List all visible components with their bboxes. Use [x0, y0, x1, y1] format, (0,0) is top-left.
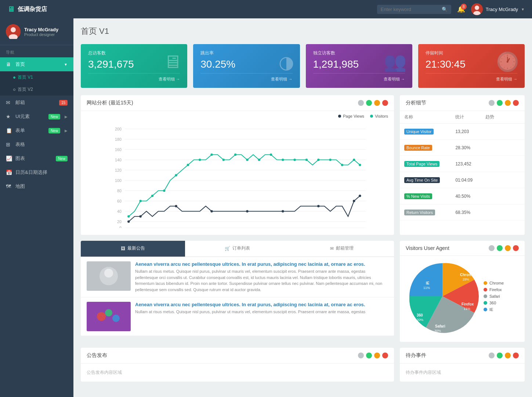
- sidebar-home-arrow: ▼: [64, 62, 68, 67]
- announce-ctrl-gray[interactable]: [358, 353, 364, 358]
- sidebar-item-home-v1[interactable]: 首页 V1: [0, 71, 73, 83]
- svg-text:200: 200: [115, 127, 122, 131]
- svg-point-36: [151, 195, 153, 197]
- announce-ctrl-yellow[interactable]: [374, 353, 380, 358]
- app-logo: 🖥 低调杂货店: [7, 5, 47, 14]
- svg-point-68: [112, 315, 120, 322]
- svg-text:360: 360: [417, 313, 423, 317]
- sub-dot-home-v2: [13, 89, 15, 91]
- sidebar-item-tables[interactable]: ⊞ 表格: [0, 137, 73, 151]
- sidebar-item-calendar[interactable]: 📅 日历&日期选择: [0, 165, 73, 179]
- chart-ctrl-yellow[interactable]: [374, 100, 380, 106]
- stat-duration-footer[interactable]: 查看明细 →: [426, 73, 517, 82]
- sidebar-item-charts[interactable]: 📈 图表 New: [0, 151, 73, 165]
- charts-icon: 📈: [6, 155, 12, 161]
- events-ctrl-gray[interactable]: [489, 353, 495, 358]
- content-area: 首页 V1 总访客数 3,291,675 🖥 查看明细 → 跳出率 30.25%: [73, 18, 532, 397]
- chevron-down-icon: ▼: [521, 7, 525, 11]
- bottom-section: 公告发布 公告发布内容区域 待办事件: [81, 348, 525, 382]
- sidebar-item-map[interactable]: 🗺 地图: [0, 179, 73, 193]
- sidebar-item-home[interactable]: 🖥 首页 ▼: [0, 57, 73, 71]
- svg-point-54: [359, 164, 361, 166]
- tab-news[interactable]: 🖼 最新公告: [81, 241, 185, 257]
- analysis-value-cell: 68.35%: [451, 204, 481, 221]
- stat-total-visitors-footer[interactable]: 查看明细 →: [88, 73, 180, 82]
- svg-text:40: 40: [117, 209, 122, 214]
- news-title[interactable]: Aenean viverra arcu nec pellentesque ult…: [135, 302, 365, 307]
- chart-ctrl-gray[interactable]: [358, 100, 364, 106]
- detail-ctrl-yellow[interactable]: [505, 100, 511, 106]
- user-menu[interactable]: Tracy McGrady ▼: [471, 3, 525, 15]
- svg-text:IE: IE: [426, 281, 430, 285]
- ua-ctrl-red[interactable]: [513, 245, 519, 251]
- svg-point-39: [187, 164, 189, 166]
- stat-unique-footer[interactable]: 查看明细 →: [313, 73, 405, 82]
- analysis-tag-cell: Avg Time On Site: [400, 172, 451, 188]
- detail-ctrl-green[interactable]: [497, 100, 503, 106]
- announce-title: 公告发布: [87, 352, 107, 359]
- detail-ctrl-gray[interactable]: [489, 100, 495, 106]
- chart-legend: Page Views Visitors: [81, 111, 394, 121]
- announce-ctrl-red[interactable]: [382, 353, 388, 358]
- ua-ctrl-yellow[interactable]: [505, 245, 511, 251]
- sidebar-ui-arrow: ▶: [65, 115, 68, 119]
- analysis-tag: Unique Visitor: [404, 129, 434, 135]
- sidebar-item-home-v2[interactable]: 首页 V2: [0, 83, 73, 96]
- sidebar-submenu-home: 首页 V1 首页 V2: [0, 71, 73, 96]
- ua-ctrl-green[interactable]: [497, 245, 503, 251]
- search-input[interactable]: [381, 7, 439, 12]
- ua-ctrl-gray[interactable]: [489, 245, 495, 251]
- sidebar-user-name: Tracy McGrady: [24, 27, 58, 32]
- notification-button[interactable]: 🔔 8: [457, 5, 465, 13]
- sidebar-ui-label: UI元素: [15, 113, 46, 120]
- sparkline: [485, 143, 515, 151]
- news-excerpt: Nullam at risus metus. Quisque nisl puru…: [135, 309, 365, 315]
- analysis-table-row: Unique Visitor 13,203: [400, 124, 525, 140]
- events-ctrl-red[interactable]: [513, 353, 519, 358]
- chart-ctrl-red[interactable]: [382, 100, 388, 106]
- sidebar-map-label: 地图: [15, 183, 68, 190]
- sidebar-forms-arrow: ▶: [65, 129, 68, 133]
- detail-ctrl-red[interactable]: [513, 100, 519, 106]
- news-title[interactable]: Aenean viverra arcu nec pellentesque ult…: [135, 261, 388, 267]
- pie-chart-svg: IE 11% Chrome 28% Firefox 11% 360 20% Sa…: [406, 260, 479, 333]
- events-ctrl-green[interactable]: [497, 353, 503, 358]
- chart-ctrl-green[interactable]: [366, 100, 372, 106]
- visitors-ua-controls: [489, 245, 519, 251]
- pie-legend-dot: [484, 308, 487, 311]
- stat-bounce-footer[interactable]: 查看明细 →: [200, 73, 292, 82]
- announce-content: 公告发布内容区域: [81, 364, 394, 382]
- website-analysis-header: 网站分析 (最近15天): [81, 95, 394, 111]
- svg-point-41: [210, 154, 213, 156]
- svg-point-50: [317, 159, 319, 161]
- svg-text:Chrome: Chrome: [460, 273, 474, 277]
- announce-ctrl-green[interactable]: [366, 353, 372, 358]
- svg-text:140: 140: [115, 158, 122, 162]
- sidebar-item-forms[interactable]: 📋 表单 New ▶: [0, 124, 73, 137]
- sidebar-item-mail[interactable]: ✉ 邮箱 15: [0, 96, 73, 110]
- svg-text:20%: 20%: [417, 318, 423, 322]
- svg-point-62: [353, 200, 355, 202]
- news-excerpt: Nullam at risus metus. Quisque nisl puru…: [135, 268, 388, 293]
- tab-news-icon: 🖼: [121, 246, 125, 251]
- sidebar-item-ui[interactable]: ★ UI元素 New ▶: [0, 110, 73, 124]
- svg-text:Safari: Safari: [435, 324, 445, 328]
- col-stat: 统计: [451, 111, 481, 124]
- mail-icon: ✉: [6, 100, 12, 105]
- analysis-trend-cell: [481, 188, 525, 204]
- tab-orders[interactable]: 🛒 订单列表: [185, 241, 289, 257]
- pending-events-header: 待办事件: [400, 348, 525, 364]
- stat-unique-icon: 👥: [384, 51, 406, 72]
- svg-text:Firefox: Firefox: [462, 302, 474, 306]
- events-ctrl-yellow[interactable]: [505, 353, 511, 358]
- tab-mail[interactable]: ✉ 邮箱管理: [290, 241, 394, 257]
- sidebar-charts-badge: New: [56, 156, 68, 161]
- pie-legend-label: 360: [489, 301, 496, 305]
- svg-point-55: [127, 221, 130, 223]
- calendar-icon: 📅: [6, 169, 12, 175]
- sidebar-section-label: 导航: [0, 45, 73, 57]
- analysis-table-row: Total Page Views 123,452: [400, 156, 525, 172]
- svg-point-37: [163, 190, 165, 192]
- tab-mail-label: 邮箱管理: [336, 245, 354, 251]
- sparkline: [485, 207, 515, 216]
